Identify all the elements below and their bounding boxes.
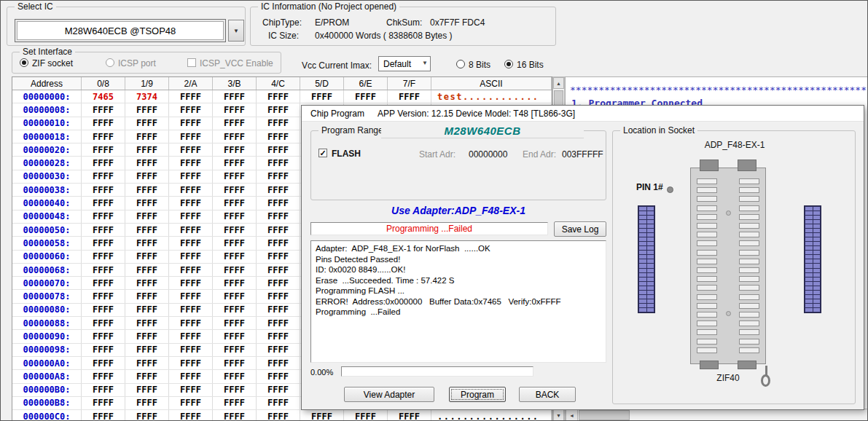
hex-cell[interactable]: FFFF [257,330,300,342]
hex-cell[interactable]: FFFF [257,317,300,329]
bits16-radio[interactable] [504,60,513,68]
hex-cell[interactable]: FFFF [169,290,213,302]
hex-cell[interactable]: FFFF [82,117,125,130]
hex-cell[interactable]: FFFF [213,277,257,289]
hex-cell[interactable]: FFFF [388,90,431,103]
hex-cell[interactable]: FFFF [213,237,257,249]
hex-cell[interactable]: FFFF [125,251,169,263]
hex-cell[interactable]: FFFF [82,210,125,223]
hex-cell[interactable]: 7374 [125,90,169,103]
hex-cell[interactable]: FFFF [169,224,213,236]
hex-cell[interactable]: FFFF [213,357,257,369]
hex-cell[interactable]: FFFF [169,344,213,356]
hex-cell[interactable]: FFFF [125,224,169,236]
hex-cell[interactable]: FFFF [82,317,125,329]
hex-cell[interactable]: FFFF [125,184,169,196]
hex-cell[interactable]: FFFF [82,344,125,356]
hex-cell[interactable]: FFFF [344,410,388,421]
hex-cell[interactable]: FFFF [213,210,257,223]
hex-cell[interactable]: FFFF [82,277,125,289]
hex-cell[interactable]: FFFF [82,103,125,116]
hex-cell[interactable]: FFFF [300,410,344,421]
hex-cell[interactable]: FFFF [213,410,257,421]
hex-cell[interactable]: FFFF [169,277,213,289]
hex-cell[interactable]: FFFF [82,384,125,396]
hex-cell[interactable]: FFFF [82,251,125,263]
hex-cell[interactable]: FFFF [125,330,169,342]
hex-cell[interactable]: FFFF [82,224,125,236]
hex-cell[interactable]: FFFF [82,130,125,143]
hex-cell[interactable]: FFFF [213,304,257,316]
hex-cell[interactable]: FFFF [169,357,213,369]
hex-cell[interactable]: FFFF [125,277,169,289]
hex-cell[interactable]: FFFF [213,157,257,169]
hex-cell[interactable]: FFFF [169,103,213,116]
panel-horizontal-scrollbar[interactable]: ◄ [566,409,867,421]
program-button[interactable]: Program [449,387,506,402]
hex-cell[interactable]: FFFF [125,410,169,421]
hex-cell[interactable]: FFFF [169,184,213,196]
hex-cell[interactable]: FFFF [257,410,300,421]
hex-cell[interactable]: FFFF [169,251,213,263]
hex-cell[interactable]: FFFF [169,384,213,396]
hex-cell[interactable]: FFFF [257,197,300,209]
hex-cell[interactable]: FFFF [125,264,169,276]
hex-cell[interactable]: FFFF [125,397,169,409]
hex-cell[interactable]: FFFF [125,143,169,156]
icsp-port-radio[interactable] [106,58,114,67]
hex-cell[interactable]: FFFF [257,130,300,143]
hex-cell[interactable]: FFFF [169,264,213,276]
hex-cell[interactable]: FFFF [169,397,213,409]
hex-cell[interactable]: FFFF [169,143,213,156]
hex-cell[interactable]: FFFF [213,370,257,382]
hex-cell[interactable]: FFFF [213,170,257,183]
table-row[interactable]: 000000C0:FFFFFFFFFFFFFFFFFFFFFFFFFFFFFFF… [12,410,552,421]
view-adapter-button[interactable]: View Adapter [344,387,434,402]
dialog-titlebar[interactable]: Chip Program APP Version: 12.15 Device M… [302,106,864,122]
hex-cell[interactable]: FFFF [257,90,300,103]
hex-cell[interactable]: FFFF [213,130,257,143]
hex-cell[interactable]: FFFF [82,264,125,276]
hex-cell[interactable]: FFFF [125,210,169,223]
hex-cell[interactable]: FFFF [125,103,169,116]
hex-cell[interactable]: FFFF [169,237,213,249]
hex-cell[interactable]: FFFF [257,157,300,169]
hex-cell[interactable]: FFFF [257,357,300,369]
hex-cell[interactable]: FFFF [213,330,257,342]
hex-cell[interactable]: FFFF [213,143,257,156]
hex-cell[interactable]: FFFF [169,90,213,103]
hex-cell[interactable]: FFFF [213,90,257,103]
hex-cell[interactable]: FFFF [257,210,300,223]
hex-cell[interactable]: FFFF [257,397,300,409]
hex-cell[interactable]: FFFF [213,384,257,396]
icsp-vcc-checkbox[interactable] [187,58,196,67]
hex-cell[interactable]: FFFF [82,237,125,249]
ic-select-combo[interactable]: M28W640ECB @TSOP48 [15,19,226,42]
scrollbar-thumb[interactable] [579,410,630,420]
vcc-imax-combo[interactable]: Default ▼ [378,56,431,71]
hex-cell[interactable]: FFFF [213,317,257,329]
hex-cell[interactable]: FFFF [169,317,213,329]
hex-cell[interactable]: FFFF [257,143,300,156]
hex-cell[interactable]: FFFF [82,157,125,169]
hex-cell[interactable]: FFFF [257,264,300,276]
hex-cell[interactable]: FFFF [257,277,300,289]
hex-cell[interactable]: FFFF [82,170,125,183]
hex-cell[interactable]: FFFF [257,184,300,196]
scroll-left-button[interactable]: ◄ [566,409,578,421]
hex-cell[interactable]: FFFF [82,290,125,302]
hex-cell[interactable]: FFFF [125,130,169,143]
scroll-down-button[interactable]: ▼ [553,409,564,421]
hex-cell[interactable]: 7465 [82,90,125,103]
hex-cell[interactable]: FFFF [213,117,257,130]
zif-socket-radio[interactable] [20,58,28,67]
hex-cell[interactable]: FFFF [125,237,169,249]
hex-cell[interactable]: FFFF [213,264,257,276]
hex-cell[interactable]: FFFF [257,384,300,396]
hex-cell[interactable]: FFFF [125,304,169,316]
hex-cell[interactable]: FFFF [257,117,300,130]
hex-cell[interactable]: FFFF [125,157,169,169]
hex-cell[interactable]: FFFF [213,344,257,356]
hex-cell[interactable]: FFFF [213,290,257,302]
hex-cell[interactable]: FFFF [82,410,125,421]
